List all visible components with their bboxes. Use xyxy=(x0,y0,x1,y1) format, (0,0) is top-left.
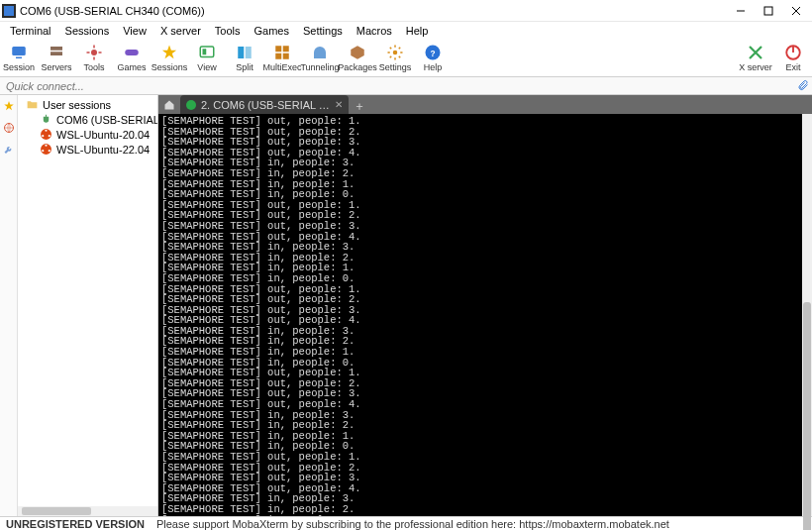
tool-label: View xyxy=(197,62,216,72)
svg-text:?: ? xyxy=(430,50,435,58)
svg-rect-3 xyxy=(764,7,772,15)
xserver-icon xyxy=(747,44,764,61)
menu-tools[interactable]: Tools xyxy=(209,24,247,38)
tree-item[interactable]: COM6 (USB-SERIAL CH340 (CO xyxy=(18,112,157,127)
tool-label: Tunneling xyxy=(300,62,339,72)
svg-rect-14 xyxy=(238,47,244,58)
multiexec-icon xyxy=(273,44,291,61)
svg-rect-11 xyxy=(125,50,139,55)
tree-root[interactable]: User sessions xyxy=(18,97,157,112)
tool-xserver[interactable]: X server xyxy=(737,42,774,74)
svg-rect-18 xyxy=(275,53,281,59)
tool-games[interactable]: Games xyxy=(113,42,151,74)
menu-help[interactable]: Help xyxy=(400,24,435,38)
session-tree: User sessionsCOM6 (USB-SERIAL CH340 (COW… xyxy=(18,95,157,506)
tool-label: Settings xyxy=(379,62,412,72)
svg-rect-9 xyxy=(51,52,62,55)
tunneling-icon xyxy=(311,44,329,61)
title-bar: COM6 (USB-SERIAL CH340 (COM6)) xyxy=(0,0,812,22)
tool-session[interactable]: Session xyxy=(0,42,38,74)
tool-label: Session xyxy=(3,62,35,72)
svg-rect-12 xyxy=(200,47,214,57)
svg-rect-15 xyxy=(246,47,252,58)
menu-view[interactable]: View xyxy=(117,24,152,38)
ubuntu-icon xyxy=(40,143,52,156)
sidebar-hscroll[interactable] xyxy=(18,506,157,516)
menu-x-server[interactable]: X server xyxy=(154,24,207,38)
packages-icon xyxy=(349,44,366,61)
minimize-button[interactable] xyxy=(727,1,755,21)
tree-root-label: User sessions xyxy=(43,99,111,111)
tool-view[interactable]: View xyxy=(188,42,226,74)
settings-icon xyxy=(386,44,404,61)
plug-icon xyxy=(40,113,52,126)
tool-tools[interactable]: Tools xyxy=(75,42,113,74)
tool-label: Sessions xyxy=(152,62,188,72)
tool-icon[interactable] xyxy=(2,143,16,157)
tool-exit[interactable]: Exit xyxy=(774,42,812,74)
svg-rect-17 xyxy=(283,46,289,52)
split-icon xyxy=(236,44,254,61)
exit-icon xyxy=(784,44,802,61)
tree-item[interactable]: WSL-Ubuntu-22.04 xyxy=(18,142,157,157)
tool-tunneling[interactable]: Tunneling xyxy=(301,42,339,74)
tab-bar: 2. COM6 (USB-SERIAL CH340 (CO ✕ ＋ xyxy=(158,95,812,114)
menu-terminal[interactable]: Terminal xyxy=(4,24,57,38)
maximize-button[interactable] xyxy=(755,1,782,21)
status-right: Please support MobaXterm by subscribing … xyxy=(156,518,669,530)
paperclip-icon[interactable] xyxy=(794,79,812,93)
tools-icon xyxy=(85,44,103,61)
status-bar: UNREGISTERED VERSION Please support Moba… xyxy=(0,516,812,530)
window-title: COM6 (USB-SERIAL CH340 (COM6)) xyxy=(20,5,727,17)
tool-servers[interactable]: Servers xyxy=(38,42,75,74)
menu-macros[interactable]: Macros xyxy=(351,24,398,38)
tool-packages[interactable]: Packages xyxy=(339,42,376,74)
help-icon: ? xyxy=(424,44,442,61)
view-icon xyxy=(198,44,216,61)
tool-label: Packages xyxy=(338,62,377,72)
tool-label: Split xyxy=(236,62,254,72)
svg-point-31 xyxy=(45,145,47,147)
tool-settings[interactable]: Settings xyxy=(376,42,414,74)
svg-point-29 xyxy=(49,135,51,137)
tool-split[interactable]: Split xyxy=(226,42,263,74)
left-rail xyxy=(0,95,18,516)
tab-close-icon[interactable]: ✕ xyxy=(335,99,343,110)
tree-item[interactable]: WSL-Ubuntu-20.04 xyxy=(18,127,157,142)
star-icon[interactable] xyxy=(2,99,16,113)
status-left: UNREGISTERED VERSION xyxy=(6,518,145,530)
menu-bar: TerminalSessionsViewX serverToolsGamesSe… xyxy=(0,22,812,40)
tool-label: X server xyxy=(739,62,772,72)
globe-icon[interactable] xyxy=(2,121,16,135)
terminal-tab[interactable]: 2. COM6 (USB-SERIAL CH340 (CO ✕ xyxy=(180,95,349,114)
tool-label: Exit xyxy=(785,62,800,72)
svg-rect-7 xyxy=(16,57,22,59)
terminal-output[interactable]: [SEMAPHORE TEST] out, people: 1. [SEMAPH… xyxy=(158,114,802,516)
menu-settings[interactable]: Settings xyxy=(297,24,349,38)
sessions-icon xyxy=(160,44,178,61)
tool-help[interactable]: ?Help xyxy=(414,42,452,74)
tool-label: MultiExec xyxy=(263,62,302,72)
tree-item-label: WSL-Ubuntu-20.04 xyxy=(56,129,150,141)
menu-sessions[interactable]: Sessions xyxy=(59,24,116,38)
terminal-vscroll[interactable] xyxy=(802,114,812,516)
tool-multiexec[interactable]: MultiExec xyxy=(263,42,301,74)
tool-label: Help xyxy=(424,62,443,72)
session-icon xyxy=(10,44,28,61)
folder-icon xyxy=(26,98,39,111)
session-sidebar: User sessionsCOM6 (USB-SERIAL CH340 (COW… xyxy=(18,95,158,516)
new-tab-button[interactable]: ＋ xyxy=(352,98,367,114)
tab-label: 2. COM6 (USB-SERIAL CH340 (CO xyxy=(201,99,330,111)
tab-status-icon xyxy=(186,100,196,110)
tool-sessions[interactable]: Sessions xyxy=(151,42,188,74)
quick-connect-input[interactable] xyxy=(0,78,158,94)
svg-rect-16 xyxy=(275,46,281,52)
svg-rect-1 xyxy=(4,6,14,16)
tool-label: Tools xyxy=(83,62,104,72)
close-button[interactable] xyxy=(782,1,810,21)
home-tab[interactable] xyxy=(158,95,180,114)
menu-games[interactable]: Games xyxy=(249,24,295,38)
toolbar: SessionServersToolsGamesSessionsViewSpli… xyxy=(0,40,812,77)
games-icon xyxy=(123,44,141,61)
svg-point-20 xyxy=(393,51,398,55)
